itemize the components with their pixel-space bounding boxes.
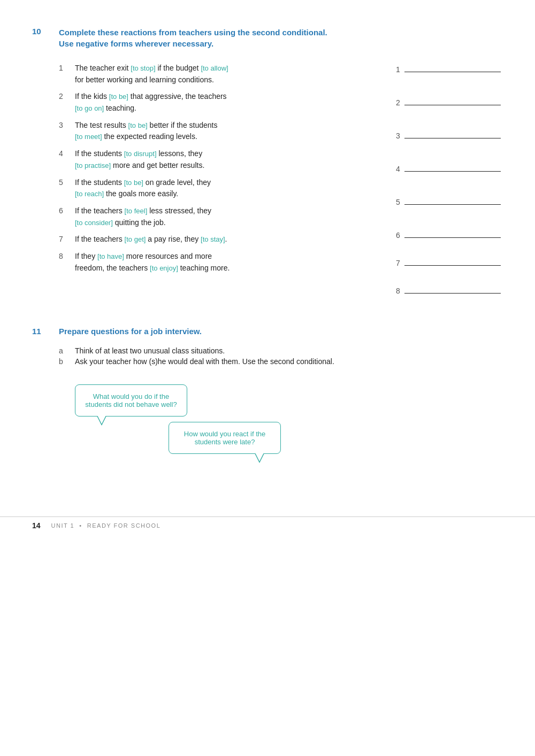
answer-line[interactable]	[404, 72, 501, 72]
answer-line[interactable]	[404, 204, 501, 205]
item-row: 5 If the students [to be] on grade level…	[59, 174, 385, 203]
answer-item: 8	[396, 284, 503, 305]
sub-item-a: a Think of at least two unusual class si…	[59, 346, 503, 355]
exercise-11: 11 Prepare questions for a job interview…	[32, 327, 503, 491]
item-row: 2 If the kids [to be] that aggressive, t…	[59, 88, 385, 117]
answer-item: 1	[396, 63, 503, 84]
bubble-2-tail-inner	[255, 453, 264, 461]
answer-line[interactable]	[404, 237, 501, 238]
answer-item: 6	[396, 228, 503, 250]
page-number: 14	[32, 521, 41, 530]
exercise-10-items: 1 The teacher exit [to stop] if the budg…	[59, 60, 385, 305]
exercise-11-instruction: Prepare questions for a job interview.	[59, 327, 202, 336]
speech-bubble-2: How would you react if the students were…	[169, 422, 281, 454]
exercise-10-answers: 1 2 3 4 5	[396, 60, 503, 305]
speech-bubble-1: What would you do if the students did no…	[75, 384, 187, 416]
item-row: 4 If the students [to disrupt] lessons, …	[59, 145, 385, 174]
answer-line[interactable]	[404, 138, 501, 138]
footer: 14 UNIT 1 • READY FOR SCHOOL	[0, 516, 535, 534]
exercise-10-header: 10 Complete these reactions from teacher…	[32, 27, 503, 49]
answer-item: 2	[396, 96, 503, 117]
item-row: 1 The teacher exit [to stop] if the budg…	[59, 60, 385, 88]
exercise-10: 10 Complete these reactions from teacher…	[32, 27, 503, 305]
answer-item: 3	[396, 129, 503, 150]
exercise-11-number: 11	[32, 327, 48, 336]
exercise-10-content: 1 The teacher exit [to stop] if the budg…	[59, 60, 503, 305]
sub-item-b: b Ask your teacher how (s)he would deal …	[59, 357, 503, 366]
answer-line[interactable]	[404, 105, 501, 105]
bubble-1-tail-inner	[97, 415, 106, 424]
unit-label: UNIT 1 • READY FOR SCHOOL	[51, 522, 161, 529]
answer-item: 4	[396, 162, 503, 183]
answer-item: 5	[396, 195, 503, 217]
item-row: 7 If the teachers [to get] a pay rise, t…	[59, 231, 385, 248]
item-row: 8 If they [to have] more resources and m…	[59, 248, 385, 276]
answer-line[interactable]	[404, 265, 501, 266]
answer-line[interactable]	[404, 293, 501, 294]
page: 10 Complete these reactions from teacher…	[0, 0, 535, 545]
answer-item: 7	[396, 256, 503, 277]
exercise-10-instruction: Complete these reactions from teachers u…	[59, 27, 327, 49]
exercise-10-number: 10	[32, 27, 48, 36]
item-row: 3 The test results [to be] better if the…	[59, 117, 385, 145]
answer-line[interactable]	[404, 171, 501, 172]
exercise-11-header: 11 Prepare questions for a job interview…	[32, 327, 503, 336]
exercise-11-sub: a Think of at least two unusual class si…	[59, 346, 503, 366]
speech-bubbles-area: What would you do if the students did no…	[75, 384, 503, 491]
item-row: 6 If the teachers [to feel] less stresse…	[59, 203, 385, 231]
